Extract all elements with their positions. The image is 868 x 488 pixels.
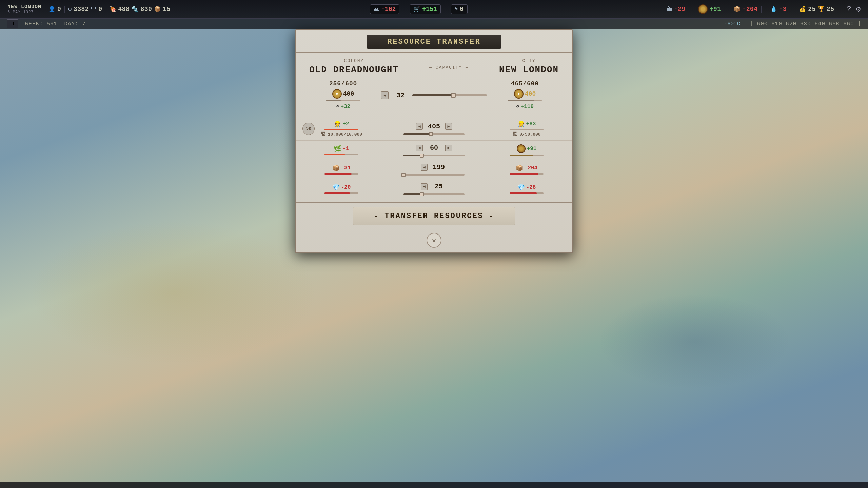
- coal-city-fill: [510, 192, 537, 194]
- coal-right: 💎 -28: [488, 184, 566, 194]
- materials-left: 📦 -31: [302, 164, 380, 175]
- transfer-btn-label: - TRANSFER RESOURCES -: [374, 212, 494, 220]
- transfer-btn-area: - TRANSFER RESOURCES -: [296, 202, 572, 229]
- food-transfer-value: 60: [426, 144, 442, 152]
- coal-row: 💎 -20 ◀ 25 💎: [296, 179, 572, 198]
- steam-decrease-btn[interactable]: ◀: [381, 92, 389, 99]
- materials-slider-track[interactable]: [403, 174, 465, 176]
- bottom-scrollbar[interactable]: [0, 482, 868, 488]
- workers-city-fill: [510, 129, 510, 130]
- workers-icon-right: 👷: [517, 120, 525, 128]
- materials-colony-fill: [324, 173, 352, 175]
- resource-transfer-dialog: RESOURCE TRANSFER COLONY OLD DREADNOUGHT…: [295, 29, 573, 253]
- day-label: DAY: 7: [64, 21, 86, 27]
- food-icon: 🍖: [110, 6, 116, 13]
- dialog-title: RESOURCE TRANSFER: [387, 38, 480, 46]
- workers-colony-amount: 🏗 10,000/10,000: [321, 132, 362, 137]
- colony-label: COLONY: [309, 58, 399, 63]
- coins-2: 25: [827, 6, 834, 13]
- colony-cap-fill: [326, 100, 341, 101]
- colony-steam-row: ⚗ +32: [309, 103, 377, 110]
- coin2-icon: 🏆: [818, 6, 825, 13]
- hud-city-section: NEW LONDON 6 MAY 1927: [4, 4, 45, 15]
- steam-slider-row: ◀ 32: [377, 92, 491, 99]
- steam-transfer-section: ◀ 32: [377, 92, 491, 99]
- workers-colony-fill: [324, 129, 358, 130]
- food-city-bar: [510, 155, 544, 156]
- week-label: WEEK: 591: [25, 21, 57, 27]
- food-right-btn[interactable]: ▶: [445, 145, 452, 151]
- transfer-resources-button[interactable]: - TRANSFER RESOURCES -: [353, 207, 515, 225]
- r4-val: -3: [779, 6, 787, 13]
- food-slider-track[interactable]: [403, 155, 465, 156]
- colony-gold-value: 400: [343, 90, 354, 97]
- materials-row: 📦 -31 ◀ 199 📦: [296, 160, 572, 179]
- coin1-icon: 💰: [799, 6, 806, 13]
- coal-city-stat: 💎 -28: [517, 184, 536, 191]
- food-left-btn[interactable]: ◀: [416, 145, 423, 151]
- hud-date: 6 MAY 1927: [7, 10, 41, 15]
- hud-food: 488: [118, 6, 130, 13]
- food-city-fill: [510, 155, 533, 156]
- coal-colony-fill: [324, 192, 350, 194]
- materials-colony-stat: 📦 -31: [332, 164, 351, 172]
- city-steam-row: ⚗ +119: [491, 103, 559, 110]
- steam-icon: ⚙: [68, 6, 72, 13]
- settings-btn[interactable]: ⚙: [856, 5, 861, 14]
- workers-left-btn[interactable]: ◀: [416, 123, 423, 130]
- workers-city-bar: [510, 129, 544, 130]
- food-right: +91: [488, 144, 566, 156]
- coal-slider-track[interactable]: [403, 193, 465, 195]
- workers-right-btn[interactable]: ▶: [445, 123, 452, 130]
- dialog-title-bar: RESOURCE TRANSFER: [296, 30, 572, 53]
- materials-city-stat: 📦 -204: [516, 164, 537, 172]
- capacity-center: — CAPACITY —: [399, 58, 499, 73]
- materials-colony-delta: -31: [341, 165, 351, 171]
- workers-transfer-value: 405: [426, 123, 442, 130]
- coins-1: 25: [808, 6, 816, 13]
- close-button[interactable]: ✕: [427, 233, 441, 248]
- workers-city-amount: 🏗 0/50,000: [512, 132, 540, 137]
- colony-gold-row: ● 400: [309, 89, 377, 99]
- 5k-button[interactable]: 5k: [302, 123, 315, 135]
- r2-icon: [698, 4, 708, 14]
- pause-button[interactable]: ⏸: [7, 19, 18, 28]
- question-btn[interactable]: ?: [847, 5, 851, 14]
- colony-steam-icon: ⚗: [336, 103, 339, 110]
- coal-icon-left: 💎: [332, 184, 340, 191]
- hud-r2: +91: [695, 4, 725, 14]
- hud-raw: 15: [163, 6, 171, 13]
- coal-center: ◀ 25: [380, 183, 488, 195]
- resources-area: 👷 +2 🏗 10,000/10,000 5k ◀ 405 ▶: [296, 113, 572, 202]
- food-colony-delta: -1: [342, 146, 349, 152]
- city-label: CITY: [499, 58, 559, 63]
- week-bar: ⏸ WEEK: 591 DAY: 7 -60°C | 600 610 620 6…: [0, 19, 868, 29]
- delta-icon-3: ⚑: [455, 6, 458, 13]
- coal-left-btn[interactable]: ◀: [421, 183, 428, 190]
- materials-left-btn[interactable]: ◀: [421, 164, 428, 171]
- city-cap-fill: [508, 100, 534, 101]
- food-slider-fill: [403, 155, 422, 156]
- hud-steam: 3382: [74, 6, 89, 13]
- pause-icon: ⏸: [10, 21, 15, 27]
- colony-gold-icon: ●: [332, 89, 342, 99]
- r3-icon: 📦: [734, 6, 741, 13]
- delta-val-3: 0: [460, 6, 463, 13]
- materials-center: ◀ 199: [380, 163, 488, 176]
- close-area: ✕: [296, 229, 572, 252]
- hud-coins: 💰 25 🏆 25: [796, 6, 838, 13]
- workers-row: 👷 +2 🏗 10,000/10,000 5k ◀ 405 ▶: [296, 117, 572, 140]
- materials-slider-thumb: [401, 173, 406, 177]
- coal-colony-delta: -20: [341, 184, 351, 190]
- coal-transfer-value: 25: [430, 183, 447, 190]
- top-hud: NEW LONDON 6 MAY 1927 👤 0 ⚙ 3382 🛡 0 🍖 4…: [0, 0, 868, 19]
- temperature-display: -60°C: [724, 21, 740, 27]
- food-slider-thumb: [420, 154, 424, 158]
- coal-icon-right: 💎: [517, 184, 525, 191]
- materials-icon-left: 📦: [332, 164, 340, 172]
- steam-slider-track[interactable]: [412, 94, 487, 96]
- workers-slider-track[interactable]: [403, 133, 465, 135]
- city-header: CITY NEW LONDON: [499, 58, 559, 75]
- city-cap-bar: [508, 100, 542, 101]
- food-gold-icon-right: [517, 144, 526, 153]
